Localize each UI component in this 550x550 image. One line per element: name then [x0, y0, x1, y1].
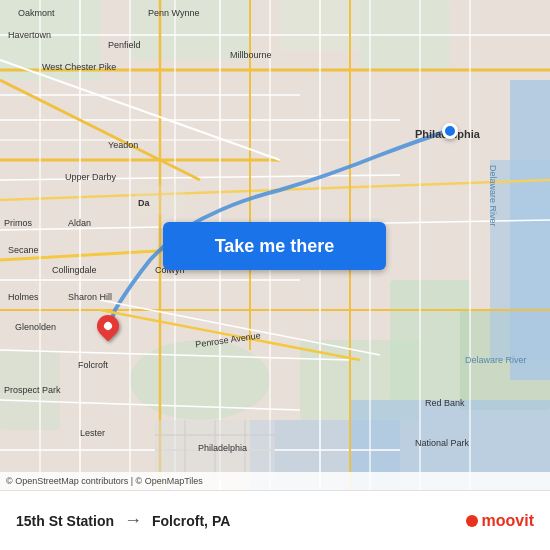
svg-rect-11: [490, 160, 550, 360]
arrow-icon: →: [124, 510, 142, 531]
svg-rect-52: [135, 185, 185, 215]
to-station-label: Folcroft, PA: [152, 513, 230, 529]
moovit-dot-icon: [466, 515, 478, 527]
svg-rect-8: [0, 350, 60, 430]
svg-rect-2: [130, 0, 250, 60]
route-info: 15th St Station → Folcroft, PA: [16, 510, 466, 531]
pin-inner: [102, 320, 113, 331]
moovit-logo: moovit: [466, 512, 534, 530]
map-attribution: © OpenStreetMap contributors | © OpenMap…: [0, 472, 550, 490]
bottom-bar: 15th St Station → Folcroft, PA moovit: [0, 490, 550, 550]
take-me-there-button[interactable]: Take me there: [163, 222, 386, 270]
map-container: Oakmont Penn Wynne Havertown Penfield Mi…: [0, 0, 550, 490]
from-station-label: 15th St Station: [16, 513, 114, 529]
origin-dot: [442, 123, 458, 139]
moovit-text: moovit: [482, 512, 534, 530]
destination-pin: [94, 315, 122, 343]
attribution-text: © OpenStreetMap contributors | © OpenMap…: [6, 476, 203, 486]
pin-body: [92, 310, 123, 341]
svg-rect-1: [0, 0, 100, 80]
